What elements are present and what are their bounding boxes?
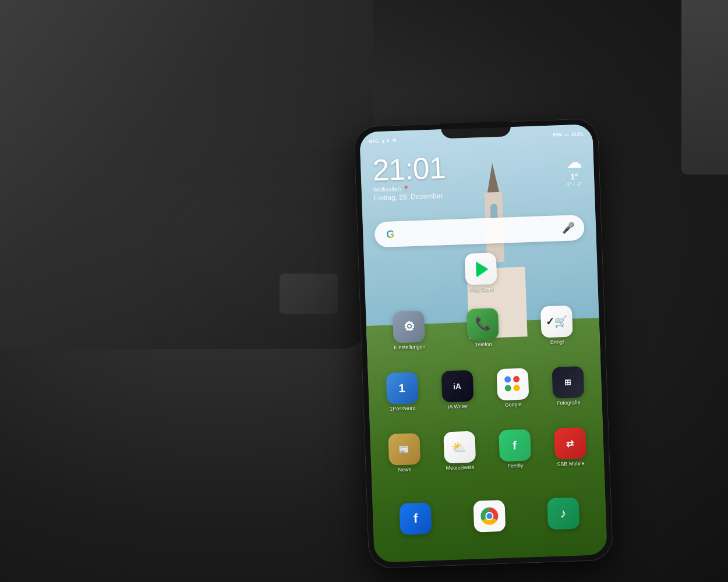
status-right: 66% ▭ 21:01	[553, 131, 584, 137]
church-window	[490, 204, 498, 218]
laptop-right-edge	[681, 0, 728, 175]
google-dot-yellow	[513, 385, 520, 391]
app-iawriter[interactable]: iA iA Writer	[435, 370, 480, 410]
google-logo: G	[384, 228, 397, 241]
app-meteoswiss[interactable]: ⛅ MeteoSwiss	[437, 431, 482, 471]
playstore-label: Play Store	[469, 286, 494, 293]
bring-icon: ✓🛒	[540, 306, 572, 338]
phone-screen[interactable]: NFC ▲▼ ≋ 66% ▭ 21:01 21:01 Wallisellen 📍…	[359, 124, 607, 563]
phone-device: NFC ▲▼ ≋ 66% ▭ 21:01 21:01 Wallisellen 📍…	[354, 118, 613, 569]
iawriter-label: iA Writer	[448, 403, 468, 410]
app-row-1: Play Store	[364, 249, 598, 297]
1password-label: 1Password	[390, 405, 416, 412]
app-google[interactable]: Google	[490, 368, 535, 409]
app-row-4: 📰 News ⛅ MeteoSwiss f Feedly ⇄ SBB Mobil…	[370, 427, 604, 474]
einstellungen-label: Einstellungen	[394, 343, 425, 351]
app-bottom-1[interactable]: f	[393, 502, 438, 535]
feedly-label: Feedly	[507, 463, 523, 470]
google-label: Google	[505, 402, 522, 409]
playstore-icon	[465, 253, 497, 285]
battery-icon: ▭	[564, 132, 569, 137]
app-telefon[interactable]: 📞 Telefon	[460, 308, 505, 349]
google-icon	[496, 368, 529, 400]
google-dot-blue	[504, 376, 511, 382]
app-bring[interactable]: ✓🛒 Bring!	[534, 305, 579, 346]
weather-temp: 1°	[566, 172, 583, 182]
news-icon: 📰	[388, 433, 420, 466]
telefon-icon: 📞	[467, 308, 499, 340]
news-label: News	[398, 466, 412, 473]
status-time: 21:01	[571, 131, 584, 137]
weather-icon: ☁	[566, 152, 582, 172]
location-name: Wallisellen	[373, 186, 401, 193]
spotify-icon: ♪	[547, 497, 579, 530]
app-einstellungen[interactable]: ⚙ Einstellungen	[387, 310, 432, 351]
weather-range: 4° / -2°	[566, 181, 582, 187]
google-g-letter: G	[386, 228, 395, 240]
fotografie-label: Fotografie	[557, 399, 581, 406]
meteoswiss-icon: ⛅	[443, 431, 476, 464]
app-row-3: 1 1Password iA iA Writer Google	[368, 365, 602, 413]
facebook-icon: f	[400, 502, 432, 535]
app-playstore[interactable]: Play Store	[458, 253, 503, 293]
sbb-label: SBB Mobile	[557, 460, 584, 467]
wifi-icon: ≋	[393, 137, 397, 143]
fotografie-icon: ⊞	[552, 366, 584, 399]
app-1password[interactable]: 1 1Password	[380, 372, 425, 413]
app-bottom-2[interactable]	[467, 500, 512, 533]
google-dot-green	[504, 385, 511, 391]
clock-time: 21:01	[372, 152, 446, 185]
telefon-label: Telefon	[475, 341, 492, 348]
app-fotografie[interactable]: ⊞ Fotografie	[546, 366, 591, 407]
einstellungen-icon: ⚙	[393, 311, 425, 343]
chrome-icon	[473, 500, 506, 533]
weather-widget: ☁ 1° 4° / -2°	[566, 152, 583, 187]
battery-level: 66%	[553, 132, 562, 138]
macbook-surface	[0, 0, 373, 349]
status-left: NFC ▲▼ ≋	[369, 137, 397, 144]
clock-widget: 21:01 Wallisellen 📍 Freitag, 28. Dezembe…	[372, 152, 447, 202]
feedly-icon: f	[499, 429, 531, 462]
nfc-indicator: NFC	[369, 139, 379, 144]
iawriter-icon: iA	[441, 370, 473, 403]
signal-icon: ▲▼	[381, 138, 390, 144]
app-news[interactable]: 📰 News	[381, 433, 426, 474]
mic-icon[interactable]: 🎤	[562, 221, 575, 235]
meteoswiss-label: MeteoSwiss	[446, 464, 475, 471]
1password-icon: 1	[386, 372, 418, 404]
app-sbb[interactable]: ⇄ SBB Mobile	[547, 427, 592, 468]
sbb-icon: ⇄	[554, 427, 586, 460]
app-row-2: ⚙ Einstellungen 📞 Telefon ✓🛒 Bring!	[366, 304, 600, 352]
google-dot-red	[513, 376, 519, 382]
bring-label: Bring!	[550, 339, 564, 346]
app-feedly[interactable]: f Feedly	[492, 429, 537, 470]
google-dots	[504, 376, 521, 393]
app-bottom-3[interactable]: ♪	[541, 497, 586, 530]
